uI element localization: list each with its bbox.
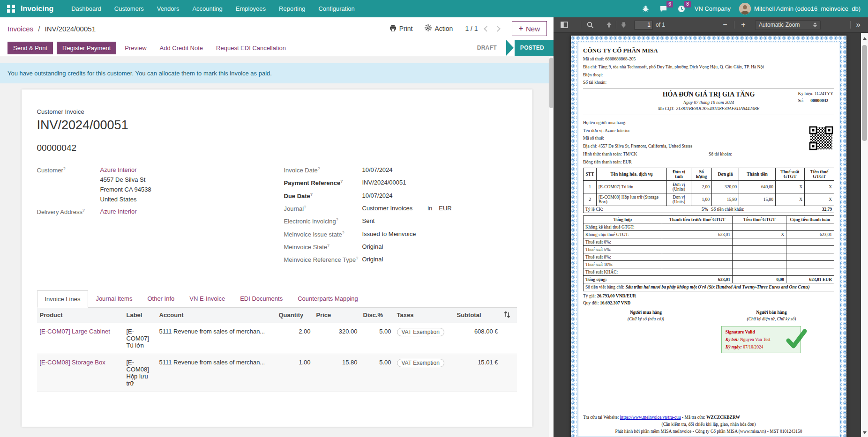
due-date-field: Due Date? 10/07/2024 [284,192,517,200]
pdf-search-icon[interactable] [584,19,596,31]
print-button[interactable]: Print [389,25,413,33]
invoice-no-line: Số:00000042 [798,98,833,103]
app-window: Invoicing Dashboard Customers Vendors Ac… [0,0,868,437]
tab-vn-e-invoice[interactable]: VN E-Invoice [182,290,232,308]
page-down-icon[interactable] [617,19,629,31]
col-product[interactable]: Product [37,308,124,323]
due-date-value[interactable]: 10/07/2024 [362,192,393,200]
zoom-in-icon[interactable]: + [737,19,749,31]
app-title[interactable]: Invoicing [21,5,53,13]
pdf-viewport[interactable]: CÔNG TY CỔ PHẦN MISA Mã số thuế: 6868686… [554,33,868,437]
customer-value: Azure Interior 4557 De Silva St Fremont … [100,166,151,203]
menu-customers[interactable]: Customers [109,1,150,16]
form-scrollbar[interactable] [549,57,554,437]
meinvoice-reference-type-label: Meinvoice Reference Type? [284,256,362,263]
summary-row: Không chịu thuế GTGT:623,01X623,01 [584,231,834,238]
page-up-icon[interactable] [603,19,615,31]
invoice-line-row[interactable]: [E-COM07] Large Cabinet [E-COM07] Tủ lớn… [37,323,517,354]
electronic-invoicing-label: Electronic invoicing? [284,217,362,225]
journal-in-text: in [427,205,432,212]
breadcrumb-invoices-link[interactable]: Invoices [7,25,33,33]
toolbar-right: » [847,20,863,30]
discount-label: Tỷ lệ CK: [585,207,603,212]
breadcrumb-separator: / [38,25,40,33]
form-scrollbar-thumb[interactable] [549,58,553,108]
journal-value[interactable]: Customer Invoices [362,205,413,212]
total-amount: 623,01 EUR [786,276,834,283]
sidebar-toggle-icon[interactable] [558,19,570,31]
customer-label: Customer? [37,166,100,203]
register-payment-button[interactable]: Register Payment [57,42,116,54]
tab-invoice-lines[interactable]: Invoice Lines [37,290,89,308]
pdf-viewer-panel: of 1 − + Automatic Zoom » [554,17,868,437]
buyer-sign-title: Người mua hàng [583,310,709,315]
menu-dashboard[interactable]: Dashboard [66,1,107,16]
col-subtotal[interactable]: Subtotal [454,308,501,323]
apps-grid-icon[interactable] [5,3,17,15]
menu-reporting[interactable]: Reporting [273,1,311,16]
messages-icon[interactable]: 6 [659,4,668,14]
col-discount[interactable]: Disc.% [360,308,394,323]
line-product-link[interactable]: [E-COM07] Large Cabinet [40,328,110,335]
col-label[interactable]: Label [124,308,157,323]
menu-vendors[interactable]: Vendors [151,1,185,16]
tab-journal-items[interactable]: Journal Items [88,290,140,308]
customer-link[interactable]: Azure Interior [100,166,137,173]
tab-other-info[interactable]: Other Info [140,290,182,308]
line-quantity: 2.00 [276,323,314,354]
request-edi-cancellation-button[interactable]: Request EDI Cancellation [211,42,291,54]
company-switcher[interactable]: VN Company [695,5,731,12]
pdf-scrollbar[interactable] [861,33,868,437]
send-print-button[interactable]: Send & Print [7,42,53,54]
delivery-address-link[interactable]: Azure Interior [100,208,137,215]
summary-row: Thuế suất 8%: [584,253,834,261]
toolbar-more-icon[interactable]: » [853,20,863,30]
tab-counterparts-mapping[interactable]: Counterparts Mapping [290,290,366,308]
lookup-link[interactable]: https://www.meinvoice.vn/tra-cuu [620,415,681,420]
pager-next-icon[interactable] [494,26,501,32]
scroll-up-icon[interactable] [861,35,868,42]
currency-link[interactable]: EUR [439,205,451,212]
line-subtotal: 608.00 € [454,323,501,354]
electronic-invoicing-value: Sent [362,217,375,225]
preview-button[interactable]: Preview [120,42,151,54]
user-menu[interactable]: Mitchell Admin (odoo16_meinvoice_db) [739,3,861,15]
col-price[interactable]: Price [314,308,360,323]
pager-previous-icon[interactable] [484,26,490,32]
new-button[interactable]: + New [512,21,547,36]
buyer-signature-column: Người mua hàng (Chữ ký số (nếu có)) [583,310,709,321]
action-button[interactable]: Action [425,24,453,33]
state-draft[interactable]: DRAFT [469,40,505,56]
bug-icon[interactable] [641,4,651,14]
invoice-line-row[interactable]: [E-COM08] Storage Box [E-COM08] Hộp lưu … [37,354,517,392]
col-account[interactable]: Account [157,308,276,323]
invoice-no: 00000042 [810,98,828,103]
zoom-out-icon[interactable]: − [719,19,731,31]
line-subtotal: 15.01 € [454,354,501,392]
serial-block: Ký hiệu: 1C24TYY Số:00000042 [798,91,833,105]
payment-reference-value[interactable]: INV/2024/00051 [362,179,406,186]
scroll-down-icon[interactable] [861,429,868,436]
payment-reference-field: Payment Reference? INV/2024/00051 [284,179,517,186]
menu-employees[interactable]: Employees [230,1,271,16]
adjust-columns-icon[interactable] [501,308,517,323]
activities-clock-icon[interactable]: 8 [677,4,686,14]
line-discount: 5.00 [360,354,394,392]
line-product-link[interactable]: [E-COM08] Storage Box [40,359,105,366]
meinvoice-issue-state-value: Issued to Meinvoice [362,230,416,238]
menu-configuration[interactable]: Configuration [313,1,360,16]
menu-accounting[interactable]: Accounting [187,1,228,16]
journal-label: Journal? [284,205,362,212]
tab-edi-documents[interactable]: EDI Documents [232,290,290,308]
page-number-input[interactable] [634,21,653,30]
col-quantity[interactable]: Quantity [276,308,314,323]
pdf-scrollbar-thumb[interactable] [862,45,867,141]
invoice-number: 00000042 [37,143,517,153]
lines-header-row: Product Label Account Quantity Price Dis… [37,308,517,323]
seller-company-name: CÔNG TY CỔ PHẦN MISA [583,47,834,54]
col-taxes[interactable]: Taxes [394,308,454,323]
invoice-date-value[interactable]: 10/07/2024 [362,166,393,174]
add-credit-note-button[interactable]: Add Credit Note [155,42,208,54]
zoom-level-select[interactable]: Automatic Zoom [755,20,821,30]
journal-field: Journal? Customer Invoices in EUR [284,205,517,212]
